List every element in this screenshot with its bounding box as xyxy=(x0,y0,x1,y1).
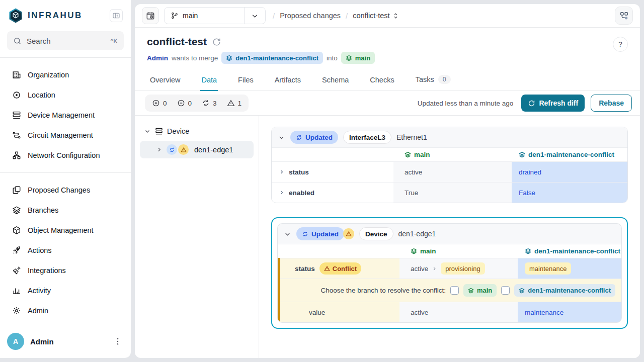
sidebar-collapse-button[interactable] xyxy=(110,9,123,22)
chevron-up-down-icon xyxy=(392,12,399,20)
branch-selector-caret[interactable] xyxy=(244,8,265,24)
branch-value: maintenance xyxy=(518,302,621,322)
search-input[interactable]: Search ^K xyxy=(7,31,124,50)
chevron-down-icon[interactable] xyxy=(278,134,285,141)
app-name: INFRAHUB xyxy=(28,11,83,21)
diff-stat-warning: 1 xyxy=(227,99,242,107)
diff-stat-sync: 3 xyxy=(202,99,217,107)
chevron-right-icon[interactable] xyxy=(279,190,285,196)
tab-label: Overview xyxy=(150,76,180,84)
sidebar-item-branches[interactable]: Branches xyxy=(7,200,124,220)
tab-label: Checks xyxy=(370,76,394,84)
schema-visualizer-button[interactable] xyxy=(615,7,633,25)
rebase-button[interactable]: Rebase xyxy=(591,95,632,112)
resolve-main-badge[interactable]: main xyxy=(463,284,497,297)
calendar-clock-icon xyxy=(146,11,155,20)
sidebar-nav-group-0: OrganizationLocationDevice ManagementCir… xyxy=(7,62,124,165)
sidebar-item-proposed-changes[interactable]: Proposed Changes xyxy=(7,180,124,200)
layers-icon xyxy=(411,248,417,254)
diff-stat-plus-circle: 0 xyxy=(152,99,167,107)
sidebar-item-actions[interactable]: Actions xyxy=(7,240,124,260)
tab-artifacts[interactable]: Artifacts xyxy=(274,72,302,91)
tree-node-den1-edge1[interactable]: den1-edge1 xyxy=(140,141,254,158)
sidebar-item-network-configuration[interactable]: Network Configuration xyxy=(7,145,124,165)
sidebar-item-admin[interactable]: Admin xyxy=(7,301,124,321)
updated-status-icon xyxy=(167,144,177,155)
column-header-main: main xyxy=(399,244,518,258)
tab-overview[interactable]: Overview xyxy=(149,72,181,91)
refresh-title-icon[interactable] xyxy=(212,37,221,47)
sidebar-item-circuit-management[interactable]: Circuit Management xyxy=(7,125,124,145)
route-icon xyxy=(12,131,21,140)
sidebar-item-organization[interactable]: Organization xyxy=(7,65,124,85)
warning-icon xyxy=(324,265,330,272)
diff-card-interfacel3: Updated InterfaceL3 Ethernet1 main xyxy=(271,127,628,203)
sidebar-item-device-management[interactable]: Device Management xyxy=(7,105,124,125)
diff-row-status[interactable]: status active drained xyxy=(272,161,627,182)
tab-label: Tasks xyxy=(416,75,434,83)
sidebar-divider xyxy=(0,172,131,173)
sidebar-item-object-management[interactable]: Object Management xyxy=(7,220,124,240)
layers-icon xyxy=(468,288,474,294)
refresh-diff-button[interactable]: Refresh diff xyxy=(521,95,585,112)
tab-schema[interactable]: Schema xyxy=(321,72,350,91)
conflict-badge: Conflict xyxy=(319,262,361,275)
time-travel-button[interactable] xyxy=(142,7,159,24)
diff-card-header[interactable]: Updated Device den1-edge1 xyxy=(278,224,621,244)
tab-checks[interactable]: Checks xyxy=(369,72,395,91)
help-button[interactable]: ? xyxy=(613,37,628,52)
diff-stat-minus-circle: 0 xyxy=(177,99,192,107)
branch-selector-value[interactable]: main xyxy=(165,8,244,24)
user-options-button[interactable] xyxy=(112,335,124,347)
conflict-warning-icon xyxy=(343,228,354,239)
sync-icon xyxy=(202,99,210,107)
breadcrumb-current[interactable]: conflict-test xyxy=(353,12,399,20)
resolve-branch-checkbox[interactable] xyxy=(501,286,510,295)
diff-column-headers: main den1-maintenance-conflict xyxy=(272,148,627,161)
sidebar-item-integrations[interactable]: Integrations xyxy=(7,260,124,281)
sidebar-item-label: Location xyxy=(28,91,55,99)
resolve-branch-badge[interactable]: den1-maintenance-conflict xyxy=(514,284,615,297)
tab-data[interactable]: Data xyxy=(200,72,218,91)
chevron-right-icon[interactable] xyxy=(279,169,285,175)
diff-row-value[interactable]: value active maintenance xyxy=(280,302,621,322)
chevron-down-icon[interactable] xyxy=(284,230,291,238)
status-badge: Updated xyxy=(290,131,338,144)
tree-node-device[interactable]: Device xyxy=(140,123,254,139)
tab-tasks[interactable]: Tasks0 xyxy=(415,71,452,91)
diff-card-header[interactable]: Updated InterfaceL3 Ethernet1 xyxy=(272,127,627,148)
tab-label: Schema xyxy=(322,76,349,84)
merge-author: Admin xyxy=(147,54,168,62)
source-branch-badge[interactable]: den1-maintenance-conflict xyxy=(221,52,323,64)
search-placeholder: Search xyxy=(27,37,105,45)
updated-timestamp: Updated less than a minute ago xyxy=(418,100,514,107)
sidebar-item-label: Proposed Changes xyxy=(28,186,90,194)
gear-icon xyxy=(12,306,21,315)
app-logo[interactable]: INFRAHUB xyxy=(8,8,83,23)
building-icon xyxy=(12,70,21,79)
sidebar-nav-group-1: Proposed ChangesBranchesObject Managemen… xyxy=(7,177,124,321)
diff-stat-value: 1 xyxy=(238,100,242,107)
sidebar-item-label: Branches xyxy=(28,206,58,214)
layers-icon xyxy=(405,151,411,158)
diff-row-status-conflict[interactable]: status Conflict active xyxy=(280,258,621,279)
sidebar-item-location[interactable]: Location xyxy=(7,85,124,105)
breadcrumb-proposed-changes[interactable]: Proposed changes xyxy=(280,12,341,20)
branch-selector[interactable]: main xyxy=(164,7,266,24)
main-old-value: active xyxy=(411,265,428,273)
resolve-main-checkbox[interactable] xyxy=(450,286,459,295)
sidebar-item-activity[interactable]: Activity xyxy=(7,281,124,301)
user-menu[interactable]: A Admin xyxy=(7,333,124,350)
object-kind-badge: Device xyxy=(359,227,393,240)
diff-row-enabled[interactable]: enabled True False xyxy=(272,182,627,203)
target-branch-badge[interactable]: main xyxy=(341,52,375,64)
diff-tree-pane: Device den1-edge1 xyxy=(135,116,259,358)
sidebar: INFRAHUB Search ^K OrganizationLocationD… xyxy=(0,0,131,358)
chevron-down-icon xyxy=(251,12,259,20)
network-icon xyxy=(12,151,21,160)
chevron-down-icon xyxy=(144,128,151,135)
column-header-branch: den1-maintenance-conflict xyxy=(518,244,621,258)
tab-bar: OverviewDataFilesArtifactsSchemaChecksTa… xyxy=(135,64,640,91)
location-icon xyxy=(12,90,21,100)
tab-files[interactable]: Files xyxy=(237,72,255,91)
